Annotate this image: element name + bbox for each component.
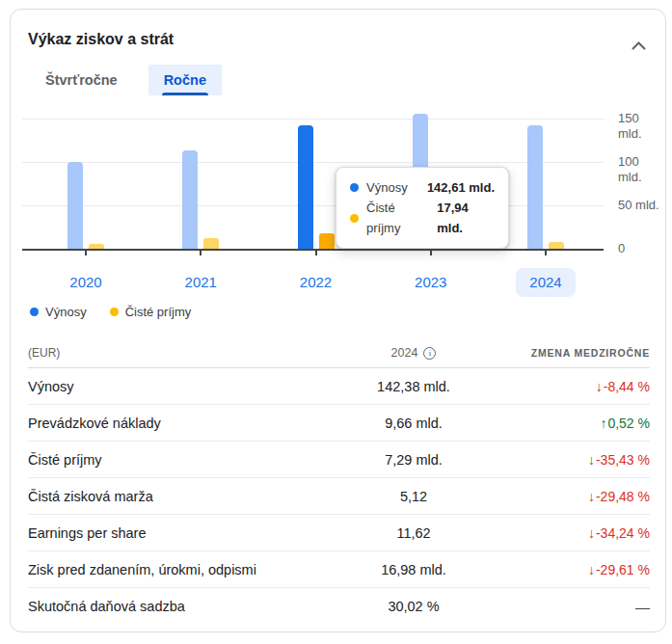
row-change: ↑0,52 % (515, 416, 650, 431)
chart-legend: VýnosyČisté príjmy (30, 305, 191, 319)
bar-series2-2024[interactable] (549, 242, 564, 249)
row-label: Earnings per share (28, 524, 312, 542)
period-tabs: ŠtvrťročneRočne (30, 65, 222, 95)
row-change: ↓-35,43 % (515, 452, 650, 468)
change-header: ZMENA MEDZIROČNE (515, 347, 650, 359)
bar-series1-2020[interactable] (67, 162, 83, 249)
gridline (22, 119, 604, 120)
table-row: Výnosy142,38 mld.↓-8,44 % (28, 368, 650, 405)
row-change: ↓-8,44 % (515, 379, 650, 394)
page-title: Výkaz ziskov a strát (28, 31, 174, 48)
legend-dot-icon (110, 308, 119, 316)
change-value: — (635, 599, 650, 615)
y-axis-tick-label: 150 mld. (618, 111, 665, 126)
row-label: Čistá zisková marža (28, 488, 312, 505)
row-value: 5,12 (312, 489, 515, 504)
bar-chart (22, 97, 604, 251)
change-value: -29,61 % (596, 562, 650, 577)
legend-dot-icon (30, 308, 39, 316)
tooltip-series-name: Čisté príjmy (366, 198, 429, 238)
x-axis-tick (430, 251, 432, 255)
y-axis-tick-label: 50 mld. (618, 198, 659, 213)
row-label: Zisk pred zdanením, úrokmi, odpismi (28, 561, 312, 578)
series-dot-icon (350, 214, 359, 223)
tooltip-series-value: 17,94 mld. (437, 198, 495, 238)
bar-series2-2020[interactable] (89, 244, 104, 249)
change-value: -8,44 % (604, 379, 650, 394)
row-value: 9,66 mld. (312, 416, 515, 431)
table-row: Earnings per share11,62↓-34,24 % (28, 515, 650, 551)
row-label: Skutočná daňová sadzba (28, 598, 312, 615)
info-icon[interactable] (423, 347, 436, 360)
x-axis-tick (315, 251, 317, 255)
change-value: -35,43 % (596, 452, 650, 468)
bar-series1-2022[interactable] (298, 125, 313, 249)
y-axis-tick-label: 100 mld. (618, 154, 665, 170)
chevron-up-icon[interactable] (632, 37, 646, 54)
chart-tooltip: Výnosy142,61 mld.Čisté príjmy17,94 mld. (336, 167, 509, 249)
row-value: 142,38 mld. (312, 379, 515, 394)
table-row: Čistá zisková marža5,12↓-29,48 % (28, 478, 650, 515)
row-label: Výnosy (28, 378, 312, 395)
year-header-label: 2024 (391, 346, 418, 360)
change-value: 0,52 % (607, 416, 650, 431)
bar-series1-2024[interactable] (527, 125, 543, 249)
legend-label: Výnosy (45, 305, 87, 319)
row-change: ↓-29,48 % (515, 489, 650, 504)
change-value: -29,48 % (596, 489, 650, 504)
arrow-down-icon: ↓ (588, 452, 595, 468)
table-row: Zisk pred zdanením, úrokmi, odpismi16,98… (28, 551, 650, 588)
income-statement-card: Výkaz ziskov a strát ŠtvrťročneRočne 150… (10, 9, 666, 632)
row-value: 30,02 % (312, 599, 515, 614)
bar-series2-2021[interactable] (203, 238, 219, 249)
x-axis-tick (545, 251, 547, 255)
tooltip-row: Výnosy142,61 mld. (350, 177, 495, 198)
x-axis-tick (200, 251, 202, 255)
year-label-2022[interactable]: 2022 (278, 267, 355, 297)
year-header: 2024 (312, 346, 515, 360)
bar-series2-2022[interactable] (319, 233, 335, 249)
row-value: 11,62 (312, 525, 515, 541)
table-body: Výnosy142,38 mld.↓-8,44 %Prevádzkové nák… (28, 368, 650, 625)
row-change: — (515, 599, 650, 615)
arrow-down-icon: ↓ (596, 379, 603, 394)
currency-header: (EUR) (28, 344, 312, 362)
year-label-2021[interactable]: 2021 (162, 267, 239, 297)
year-label-2024[interactable]: 2024 (507, 267, 584, 297)
tooltip-series-value: 142,61 mld. (427, 177, 495, 198)
tooltip-row: Čisté príjmy17,94 mld. (350, 198, 495, 238)
legend-item: Výnosy (30, 305, 87, 319)
change-value: -34,24 % (596, 525, 650, 541)
row-change: ↓-29,61 % (515, 562, 650, 577)
legend-item: Čisté príjmy (110, 305, 192, 319)
row-value: 16,98 mld. (312, 562, 515, 577)
year-label-2023[interactable]: 2023 (392, 267, 470, 297)
row-label: Prevádzkové náklady (28, 415, 312, 432)
gridline (22, 162, 604, 163)
arrow-down-icon: ↓ (588, 562, 595, 577)
arrow-down-icon: ↓ (588, 489, 595, 504)
bar-series1-2021[interactable] (182, 150, 198, 249)
x-axis-tick (85, 251, 87, 255)
table-row: Čisté príjmy7,29 mld.↓-35,43 % (28, 442, 650, 478)
row-change: ↓-34,24 % (515, 525, 650, 541)
table-row: Skutočná daňová sadzba30,02 %— (28, 588, 650, 625)
arrow-up-icon: ↑ (600, 416, 606, 431)
legend-label: Čisté príjmy (125, 305, 192, 319)
income-statement-table: (EUR) 2024 ZMENA MEDZIROČNE Výnosy142,38… (28, 338, 650, 625)
selected-year-pill[interactable]: 2024 (516, 268, 575, 297)
tab-quarterly[interactable]: Štvrťročne (30, 65, 133, 95)
arrow-down-icon: ↓ (588, 525, 595, 541)
tooltip-series-name: Výnosy (366, 177, 408, 198)
y-axis-tick-label: 0 (618, 241, 625, 256)
series-dot-icon (350, 183, 359, 192)
gridline (22, 205, 604, 206)
year-label-2020[interactable]: 2020 (47, 267, 124, 297)
row-label: Čisté príjmy (28, 451, 312, 469)
table-header-row: (EUR) 2024 ZMENA MEDZIROČNE (28, 338, 650, 368)
table-row: Prevádzkové náklady9,66 mld.↑0,52 % (28, 405, 650, 442)
tab-yearly[interactable]: Ročne (148, 65, 222, 95)
row-value: 7,29 mld. (312, 452, 515, 468)
